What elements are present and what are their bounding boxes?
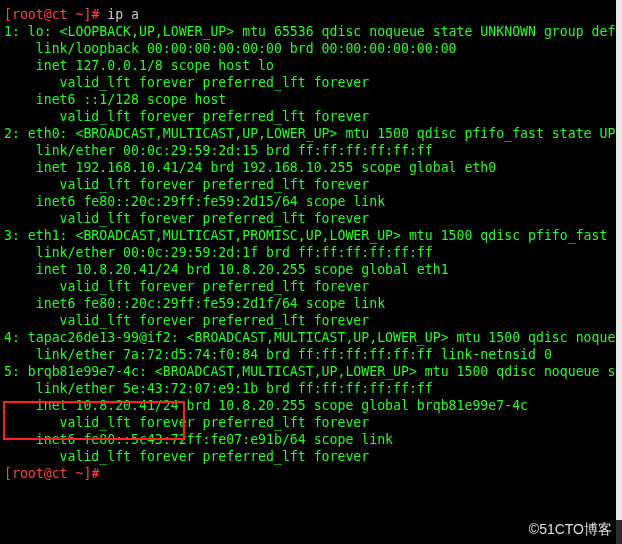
scrollbar-track[interactable]: [616, 0, 622, 544]
iface-lo-valid2: valid_lft forever preferred_lft forever: [4, 109, 369, 124]
scrollbar-thumb[interactable]: [616, 0, 622, 520]
iface-eth0-link: link/ether 00:0c:29:59:2d:15 brd ff:ff:f…: [4, 143, 433, 158]
prompt-open-bracket-2: [: [4, 466, 12, 481]
iface-tap-header: 4: tapac26de13-99@if2: <BROADCAST,MULTIC…: [4, 330, 622, 345]
prompt-hash: #: [91, 7, 107, 22]
iface-lo-header: 1: lo: <LOOPBACK,UP,LOWER_UP> mtu 65536 …: [4, 24, 622, 39]
iface-eth1-inet6: inet6 fe80::20c:29ff:fe59:2d1f/64 scope …: [4, 296, 385, 311]
iface-lo-inet6: inet6 ::1/128 scope host: [4, 92, 226, 107]
iface-brq-link: link/ether 5e:43:72:07:e9:1b brd ff:ff:f…: [4, 381, 433, 396]
iface-lo-inet: inet 127.0.0.1/8 scope host lo: [4, 58, 274, 73]
iface-brq-valid2: valid_lft forever preferred_lft forever: [4, 449, 369, 464]
prompt-path: ~: [68, 7, 84, 22]
prompt-user: root: [12, 7, 44, 22]
iface-brq-inet: inet 10.8.20.41/24 brd 10.8.20.255 scope…: [4, 398, 528, 413]
iface-eth1-link: link/ether 00:0c:29:59:2d:1f brd ff:ff:f…: [4, 245, 433, 260]
iface-eth1-header: 3: eth1: <BROADCAST,MULTICAST,PROMISC,UP…: [4, 228, 622, 243]
prompt-host: ct: [52, 7, 68, 22]
iface-eth0-inet6: inet6 fe80::20c:29ff:fe59:2d15/64 scope …: [4, 194, 385, 209]
iface-eth0-valid1: valid_lft forever preferred_lft forever: [4, 177, 369, 192]
iface-tap-link: link/ether 7a:72:d5:74:f0:84 brd ff:ff:f…: [4, 347, 552, 362]
prompt-open-bracket: [: [4, 7, 12, 22]
iface-lo-valid1: valid_lft forever preferred_lft forever: [4, 75, 369, 90]
prompt-hash-2: #: [91, 466, 107, 481]
iface-eth0-header: 2: eth0: <BROADCAST,MULTICAST,UP,LOWER_U…: [4, 126, 622, 141]
iface-brq-valid1: valid_lft forever preferred_lft forever: [4, 415, 369, 430]
prompt-at: @: [44, 7, 52, 22]
iface-brq-header: 5: brqb81e99e7-4c: <BROADCAST,MULTICAST,…: [4, 364, 622, 379]
command-text: ip a: [107, 7, 139, 22]
iface-eth1-valid2: valid_lft forever preferred_lft forever: [4, 313, 369, 328]
prompt-host-2: ct: [52, 466, 68, 481]
watermark-text: ©51CTO博客: [529, 521, 612, 539]
prompt-at-2: @: [44, 466, 52, 481]
terminal-output[interactable]: [root@ct ~]# ip a 1: lo: <LOOPBACK,UP,LO…: [0, 0, 622, 484]
prompt-path-2: ~: [68, 466, 84, 481]
iface-eth0-valid2: valid_lft forever preferred_lft forever: [4, 211, 369, 226]
iface-eth1-valid1: valid_lft forever preferred_lft forever: [4, 279, 369, 294]
iface-lo-link: link/loopback 00:00:00:00:00:00 brd 00:0…: [4, 41, 457, 56]
prompt-user-2: root: [12, 466, 44, 481]
iface-eth1-inet: inet 10.8.20.41/24 brd 10.8.20.255 scope…: [4, 262, 449, 277]
iface-eth0-inet: inet 192.168.10.41/24 brd 192.168.10.255…: [4, 160, 496, 175]
iface-brq-inet6: inet6 fe80::5c43:72ff:fe07:e91b/64 scope…: [4, 432, 393, 447]
